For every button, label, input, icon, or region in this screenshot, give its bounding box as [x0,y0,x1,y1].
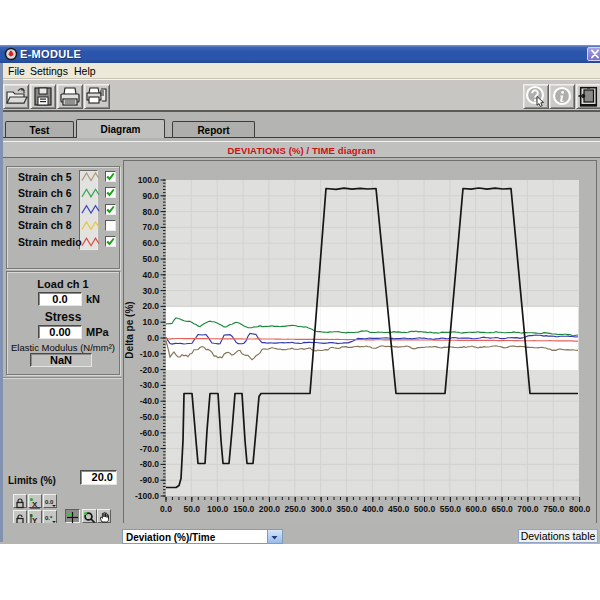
svg-text:750.0: 750.0 [543,504,565,514]
svg-text:10.0: 10.0 [142,317,159,327]
svg-text:50.0: 50.0 [184,504,201,514]
svg-text:-60.0: -60.0 [140,428,160,438]
svg-text:650.0: 650.0 [491,504,513,514]
svg-text:40.0: 40.0 [142,270,159,280]
svg-text:450.0: 450.0 [388,504,410,514]
svg-text:Delta pe (%): Delta pe (%) [124,301,135,358]
svg-text:100.0: 100.0 [207,504,229,514]
svg-text:-20.0: -20.0 [140,365,160,375]
svg-text:30.0: 30.0 [142,286,159,296]
svg-text:550.0: 550.0 [440,504,462,514]
svg-text:20.0: 20.0 [142,301,159,311]
svg-text:-90.0: -90.0 [140,475,160,485]
svg-text:80.0: 80.0 [142,207,159,217]
svg-text:-50.0: -50.0 [140,412,160,422]
svg-text:0.0: 0.0 [160,504,172,514]
svg-text:0.*: 0.* [45,515,53,521]
svg-text:-40.0: -40.0 [140,396,160,406]
svg-text:-80.0: -80.0 [140,459,160,469]
svg-text:0.0: 0.0 [147,333,159,343]
svg-text:800.0: 800.0 [569,504,591,514]
svg-text:-10.0: -10.0 [140,349,160,359]
svg-text:100.0: 100.0 [138,175,160,185]
svg-text:400.0: 400.0 [362,504,384,514]
svg-text:350.0: 350.0 [336,504,358,514]
svg-text:600.0: 600.0 [466,504,488,514]
svg-text:-30.0: -30.0 [140,380,160,390]
svg-text:200.0: 200.0 [259,504,281,514]
svg-text:500.0: 500.0 [414,504,436,514]
svg-text:60.0: 60.0 [142,238,159,248]
svg-text:250.0: 250.0 [285,504,307,514]
svg-text:300.0: 300.0 [310,504,332,514]
svg-text:70.0: 70.0 [142,222,159,232]
svg-text:700.0: 700.0 [517,504,539,514]
svg-text:-100.0: -100.0 [135,491,159,501]
svg-text:50.0: 50.0 [142,254,159,264]
svg-text:-70.0: -70.0 [140,444,160,454]
svg-text:150.0: 150.0 [233,504,255,514]
svg-text:0.0: 0.0 [45,499,54,505]
svg-text:90.0: 90.0 [142,191,159,201]
